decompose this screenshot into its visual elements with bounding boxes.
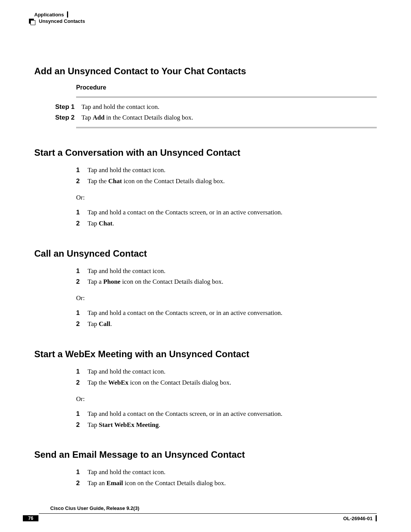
list-text: Tap the WebEx icon on the Contact Detail…: [88, 377, 231, 388]
list-item: 2Tap Chat.: [76, 218, 362, 229]
or-label: Or:: [76, 293, 362, 304]
section-heading: Start a WebEx Meeting with an Unsynced C…: [34, 349, 377, 359]
list-text: Tap Chat.: [88, 218, 114, 229]
page-number: 76: [23, 515, 38, 521]
header-divider-icon: [67, 11, 68, 18]
list-text: Tap and hold a contact on the Contacts s…: [88, 308, 282, 319]
list-text: Tap the Chat icon on the Contact Details…: [88, 176, 225, 187]
list-item: 1Tap and hold the contact icon.: [76, 467, 362, 478]
list-item: 2Tap the WebEx icon on the Contact Detai…: [76, 377, 362, 388]
list-text: Tap and hold the contact icon.: [88, 366, 166, 377]
list-text: Tap Start WebEx Meeting.: [88, 420, 160, 431]
list-item: 1Tap and hold a contact on the Contacts …: [76, 308, 362, 319]
page-header: Applications: [34, 11, 377, 18]
list: 1Tap and hold the contact icon. 2Tap the…: [76, 165, 362, 229]
list: 1Tap and hold the contact icon. 2Tap a P…: [76, 266, 362, 330]
list-item: 1Tap and hold a contact on the Contacts …: [76, 207, 362, 218]
list-text: Tap and hold the contact icon.: [88, 266, 166, 277]
divider: [76, 127, 377, 128]
header-category: Applications: [34, 12, 64, 18]
list-item: 2Tap Start WebEx Meeting.: [76, 420, 362, 431]
list-item: 2Tap an Email icon on the Contact Detail…: [76, 478, 362, 489]
list-item: 1Tap and hold the contact icon.: [76, 366, 362, 377]
footer-doc-id: OL-26946-01: [343, 516, 373, 521]
step-text: Tap Add in the Contact Details dialog bo…: [81, 112, 193, 123]
divider: [76, 96, 377, 98]
footer-divider: [39, 513, 377, 514]
section-heading: Send an Email Message to an Unsynced Con…: [34, 449, 377, 460]
list-text: Tap and hold the contact icon.: [88, 165, 166, 176]
footer-doc-title: Cisco Cius User Guide, Release 9.2(3): [50, 505, 377, 511]
header-marker-icon: [29, 19, 36, 24]
list-text: Tap and hold a contact on the Contacts s…: [88, 207, 282, 218]
step-label: Step 2: [55, 112, 75, 123]
list-text: Tap and hold a contact on the Contacts s…: [88, 409, 282, 420]
list: 1Tap and hold the contact icon. 2Tap an …: [76, 467, 362, 489]
step-label: Step 1: [55, 102, 75, 112]
header-section: Unsynced Contacts: [39, 18, 85, 24]
section-heading: Start a Conversation with an Unsynced Co…: [34, 147, 377, 158]
list-item: 2Tap Call.: [76, 319, 362, 330]
list-item: 2Tap the Chat icon on the Contact Detail…: [76, 176, 362, 187]
list-text: Tap Call.: [88, 319, 112, 330]
list-item: 2Tap a Phone icon on the Contact Details…: [76, 276, 362, 288]
or-label: Or:: [76, 192, 362, 203]
or-label: Or:: [76, 394, 362, 405]
procedure-step: Step 1 Tap and hold the contact icon.: [55, 102, 377, 112]
page-footer: Cisco Cius User Guide, Release 9.2(3) 76…: [23, 505, 377, 521]
list-item: 1Tap and hold the contact icon.: [76, 165, 362, 176]
list-item: 1Tap and hold the contact icon.: [76, 266, 362, 277]
procedure-label: Procedure: [76, 84, 377, 91]
step-text: Tap and hold the contact icon.: [81, 102, 159, 112]
footer-divider-icon: [376, 515, 377, 521]
procedure-step: Step 2 Tap Add in the Contact Details di…: [55, 112, 377, 123]
list-text: Tap a Phone icon on the Contact Details …: [88, 276, 223, 288]
procedure-steps: Step 1 Tap and hold the contact icon. St…: [55, 102, 377, 123]
list-text: Tap an Email icon on the Contact Details…: [88, 478, 226, 489]
list: 1Tap and hold the contact icon. 2Tap the…: [76, 366, 362, 430]
section-heading: Add an Unsynced Contact to Your Chat Con…: [34, 66, 377, 77]
section-heading: Call an Unsynced Contact: [34, 248, 377, 259]
list-text: Tap and hold the contact icon.: [88, 467, 166, 478]
list-item: 1Tap and hold a contact on the Contacts …: [76, 409, 362, 420]
